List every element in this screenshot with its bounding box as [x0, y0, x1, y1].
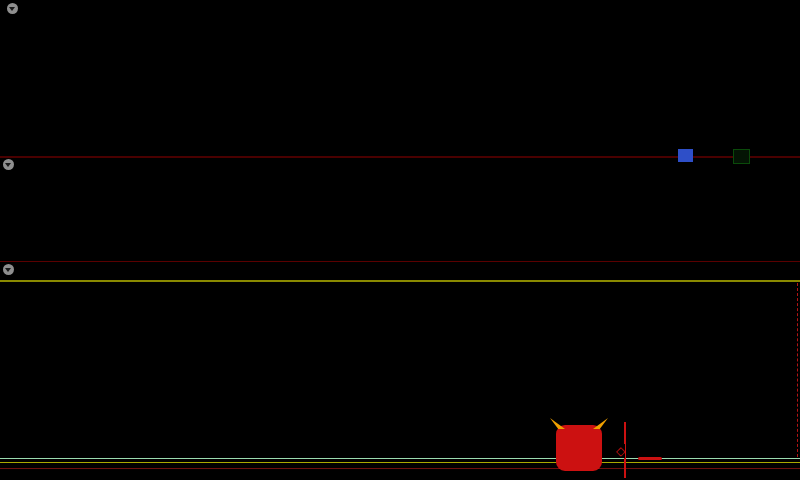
stock-logo: [556, 425, 602, 471]
panel-separator-2: [0, 261, 800, 262]
resonance-panel-header: [0, 263, 800, 282]
collapse-resonance-icon[interactable]: [3, 264, 14, 275]
collapse-kdj-icon[interactable]: [3, 159, 14, 170]
finance-button[interactable]: [678, 149, 693, 162]
main-chart-legend: [3, 2, 58, 16]
collapse-main-icon[interactable]: [7, 3, 18, 14]
website-link[interactable]: [638, 457, 662, 460]
watermark: ◇: [550, 420, 800, 480]
bull-horn-left-icon: [550, 418, 565, 429]
kdj-indicator-chart[interactable]: [0, 157, 800, 262]
diamond-icon: ◇: [616, 444, 625, 458]
fall-button[interactable]: [733, 149, 750, 164]
kdj-legend: [3, 159, 54, 171]
trading-app-window: ◇: [0, 0, 800, 480]
main-candlestick-chart[interactable]: [0, 0, 800, 156]
bull-horn-right-icon: [593, 418, 608, 429]
